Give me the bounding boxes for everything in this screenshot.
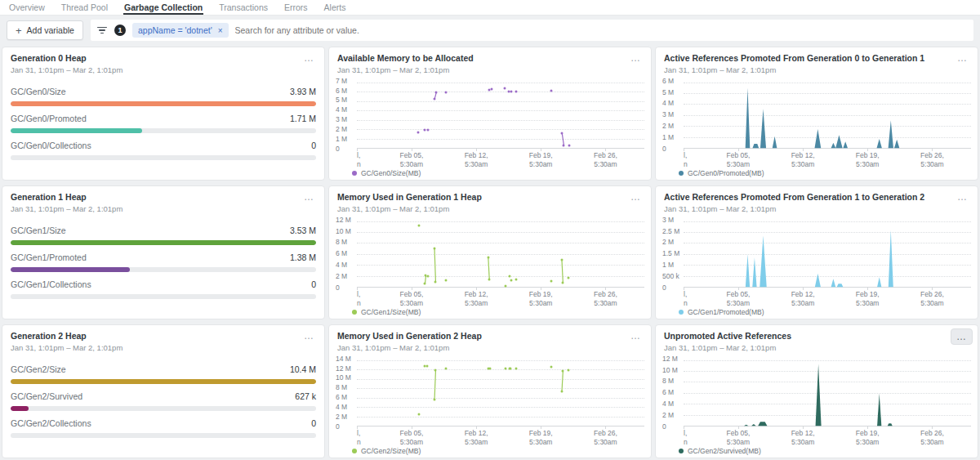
metric-label: GC/Gen2/Survived bbox=[11, 391, 82, 401]
y-tick-label: 6 M bbox=[662, 388, 674, 396]
panel-title: Generation 1 Heap bbox=[11, 192, 316, 203]
data-point bbox=[488, 279, 491, 281]
area-spike bbox=[888, 423, 893, 426]
attribute-search-bar[interactable]: 1 appName = 'dotnet' × bbox=[91, 20, 973, 41]
x-tick-label: l, n bbox=[357, 429, 361, 446]
panel-menu-button[interactable]: … bbox=[626, 328, 646, 343]
data-point bbox=[503, 87, 506, 90]
panel-header: Unpromoted Active References Jan 31, 1:0… bbox=[656, 325, 978, 352]
x-tick-label: Feb 05, 5:30am bbox=[399, 151, 423, 168]
plot-wrap: 7 M6 M5 M4 M3 M2 M1 M0 bbox=[336, 81, 646, 149]
filter-tag[interactable]: appName = 'dotnet' × bbox=[132, 23, 229, 38]
x-tick-label: Feb 12, 5:30am bbox=[465, 151, 488, 168]
data-point bbox=[491, 88, 493, 91]
data-point bbox=[568, 369, 570, 372]
tab-errors[interactable]: Errors bbox=[283, 0, 309, 15]
metric-bar-fill bbox=[11, 379, 316, 384]
x-tick-label: Feb 12, 5:30am bbox=[791, 429, 815, 446]
legend-label: GC/Gen1/Promoted(MB) bbox=[688, 308, 764, 316]
metrics-list: GC/Gen1/Size3.53 MGC/Gen1/Promoted1.38 M… bbox=[2, 213, 324, 299]
metrics-list: GC/Gen0/Size3.93 MGC/Gen0/Promoted1.71 M… bbox=[2, 74, 324, 160]
y-tick-label: 4 M bbox=[662, 99, 674, 107]
panel-time-range: Jan 31, 1:01pm – Mar 2, 1:01pm bbox=[664, 204, 969, 213]
y-tick-label: 7 M bbox=[336, 77, 347, 85]
data-point bbox=[563, 144, 565, 146]
panel-menu-button[interactable]: … bbox=[626, 51, 646, 65]
y-tick-label: 6 M bbox=[662, 77, 674, 85]
legend-dot-icon bbox=[679, 449, 684, 453]
metric-label: GC/Gen0/Collections bbox=[11, 141, 91, 150]
x-tick-label: Feb 05, 5:30am bbox=[726, 290, 750, 307]
metric-row: GC/Gen2/Survived627 k bbox=[11, 391, 316, 401]
y-tick-label: 12 M bbox=[336, 216, 351, 224]
chart-area: 3 M2.5 M2 M1.5 M1 M500 k0l, nFeb 05, 5:3… bbox=[656, 213, 978, 319]
legend-dot-icon bbox=[352, 449, 357, 453]
panel-menu-button[interactable]: … bbox=[626, 190, 646, 204]
panel-title: Active References Promoted From Generati… bbox=[664, 192, 969, 203]
metric-value: 3.53 M bbox=[290, 226, 316, 235]
metric-bar-fill bbox=[11, 406, 29, 411]
plot bbox=[357, 360, 644, 427]
add-variable-button[interactable]: + Add variable bbox=[7, 20, 83, 40]
panel-menu-button[interactable]: … bbox=[952, 51, 973, 65]
data-point bbox=[505, 367, 507, 369]
metric-label: GC/Gen2/Collections bbox=[11, 418, 91, 428]
data-point bbox=[435, 92, 438, 94]
panel-header: Memory Used in Generation 2 Heap Jan 31,… bbox=[329, 325, 651, 352]
panel-title: Generation 2 Heap bbox=[11, 331, 316, 342]
panel-time-range: Jan 31, 1:01pm – Mar 2, 1:01pm bbox=[664, 65, 969, 74]
metric-label: GC/Gen0/Promoted bbox=[11, 114, 87, 123]
panel-gen2-memory-used: Memory Used in Generation 2 Heap Jan 31,… bbox=[328, 324, 652, 458]
panel-menu-button[interactable]: … bbox=[299, 190, 319, 204]
data-point bbox=[445, 92, 448, 94]
panel-menu-button[interactable]: … bbox=[299, 51, 319, 65]
panel-menu-button[interactable]: … bbox=[299, 328, 319, 343]
tab-overview[interactable]: Overview bbox=[8, 0, 46, 15]
data-point bbox=[418, 224, 421, 226]
y-tick-label: 6 M bbox=[336, 87, 347, 95]
y-tick-label: 3 M bbox=[336, 115, 347, 123]
data-point bbox=[434, 398, 436, 400]
data-point bbox=[434, 98, 436, 100]
metric-value: 0 bbox=[311, 279, 316, 289]
panel-gen0-promoted: Active References Promoted From Generati… bbox=[655, 47, 978, 181]
panel-unpromoted-references: Unpromoted Active References Jan 31, 1:0… bbox=[655, 324, 978, 458]
x-tick-label: Feb 19, 5:30am bbox=[856, 429, 880, 446]
metric-label: GC/Gen1/Promoted bbox=[11, 252, 87, 262]
y-tick-label: 8 M bbox=[336, 383, 347, 391]
y-tick-label: 2 M bbox=[336, 272, 347, 280]
chart-area: 6 M5 M4 M3 M2 M1 M0l, nFeb 05, 5:30amFeb… bbox=[656, 74, 978, 180]
panel-menu-button[interactable]: … bbox=[952, 190, 973, 204]
area-spike bbox=[760, 235, 766, 287]
panel-time-range: Jan 31, 1:01pm – Mar 2, 1:01pm bbox=[11, 343, 316, 352]
remove-filter-icon[interactable]: × bbox=[218, 26, 223, 35]
area-spike bbox=[773, 136, 777, 148]
data-point bbox=[514, 279, 517, 281]
search-input[interactable] bbox=[235, 25, 967, 35]
panel-menu-button[interactable]: … bbox=[951, 328, 973, 345]
data-point bbox=[434, 280, 437, 283]
panel-gen1-promoted: Active References Promoted From Generati… bbox=[655, 185, 978, 319]
metric-value: 627 k bbox=[295, 391, 316, 401]
metric-label: GC/Gen1/Size bbox=[11, 226, 66, 235]
metric-item: GC/Gen1/Collections0 bbox=[11, 279, 316, 299]
data-point bbox=[487, 257, 489, 259]
metric-bar-track bbox=[11, 128, 316, 133]
metric-bar-fill bbox=[11, 240, 316, 245]
tab-transactions[interactable]: Transactions bbox=[218, 0, 269, 15]
data-point bbox=[562, 369, 564, 372]
tab-garbage-collection[interactable]: Garbage Collection bbox=[123, 0, 203, 15]
y-tick-label: 8 M bbox=[336, 238, 347, 246]
metric-bar-track bbox=[11, 240, 316, 245]
tab-alerts[interactable]: Alerts bbox=[323, 0, 347, 15]
metric-bar-track bbox=[11, 406, 316, 411]
data-point bbox=[561, 132, 564, 135]
data-point bbox=[560, 259, 563, 261]
metric-item: GC/Gen1/Promoted1.38 M bbox=[11, 252, 316, 272]
panel-time-range: Jan 31, 1:01pm – Mar 2, 1:01pm bbox=[337, 65, 643, 74]
x-tick-label: l, n bbox=[684, 151, 688, 168]
x-tick-label: Feb 26, 5:30am bbox=[920, 290, 944, 307]
panel-generation-0-heap: Generation 0 Heap Jan 31, 1:01pm – Mar 2… bbox=[2, 47, 325, 181]
panel-time-range: Jan 31, 1:01pm – Mar 2, 1:01pm bbox=[664, 343, 969, 352]
tab-thread-pool[interactable]: Thread Pool bbox=[60, 0, 109, 15]
